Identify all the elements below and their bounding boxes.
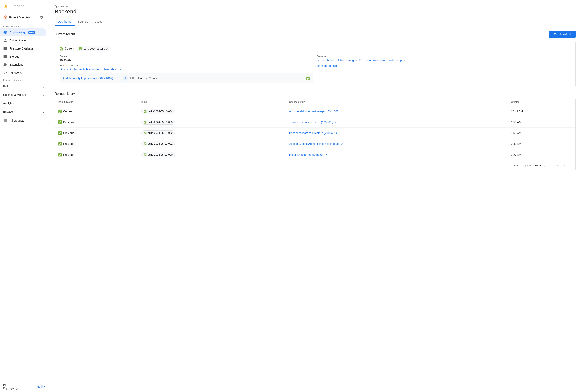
category-engage[interactable]: Engage ⌄ <box>0 108 48 116</box>
sidebar-header: Firebase <box>0 0 48 12</box>
tab-usage[interactable]: Usage <box>91 18 106 26</box>
more-options-button[interactable]: ⋮ <box>563 45 570 52</box>
row-change: Add the ability to post images (6341067)… <box>286 106 508 117</box>
build-row-check-icon: ✅ <box>144 142 147 145</box>
change-link[interactable]: Adding Google Authentication (dcaab0b) <box>289 142 340 146</box>
build-row-check-icon: ✅ <box>144 153 147 156</box>
table-row: ✅ Current ✅ build-2024-05-11-004 Add the… <box>55 106 575 117</box>
modify-button[interactable]: Modify <box>37 385 45 388</box>
table-row: ✅ Previous ✅ build-2024-05-11-001 Adding… <box>55 138 575 149</box>
current-rollout-title: Current rollout <box>55 32 75 36</box>
storage-icon <box>3 54 7 58</box>
commit-link[interactable]: Add the ability to post images (6341067) <box>63 76 113 80</box>
commit-check-icon: ✅ <box>306 76 310 80</box>
page-info: 1 – 5 of 5 <box>549 164 560 167</box>
tab-dashboard[interactable]: Dashboard <box>55 18 75 26</box>
rollout-card-header: ✅ Current ✅ build-2024-05-11-004 ⋮ <box>60 45 570 52</box>
ext-link-icon: ↗ <box>341 110 343 113</box>
sidebar-item-storage[interactable]: Storage <box>0 52 46 60</box>
created-time: 10:43 AM <box>60 58 313 62</box>
source-repo-link[interactable]: https://github.com/jhuleatt/tmp-angular-… <box>60 68 118 71</box>
table-row: ✅ Previous ✅ build-2024-05-11-002 Post n… <box>55 128 575 138</box>
sidebar-item-app-hosting[interactable]: App Hosting NEW <box>0 28 46 36</box>
created-section: Created 10:43 AM Source repository https… <box>60 55 313 83</box>
row-created: 9:50 AM <box>508 128 575 138</box>
dot-separator: • <box>120 76 121 80</box>
sidebar-item-label-extensions: Extensions <box>10 63 23 66</box>
new-badge: NEW <box>28 31 35 34</box>
per-page-select[interactable]: 10 25 50 <box>533 163 542 168</box>
row-change: show new chats in the UI (198a89f) ↗ <box>286 117 508 128</box>
table-row: ✅ Previous ✅ build-2024-05-11-000 Instal… <box>55 149 575 160</box>
sidebar-item-extensions[interactable]: Extensions <box>0 60 46 68</box>
col-header-build: Build <box>138 98 286 106</box>
branch-icon: ⑂ <box>149 76 151 80</box>
items-per-page-label: Items per page: <box>513 164 531 167</box>
row-status: ✅ Previous <box>55 117 138 128</box>
row-created: 10:43 AM <box>508 106 575 117</box>
change-link[interactable]: show new chats in the UI (198a89f) <box>289 121 333 124</box>
tab-settings[interactable]: Settings <box>75 18 92 26</box>
build-row-check-icon: ✅ <box>144 110 147 113</box>
grid-icon <box>3 119 7 123</box>
col-header-created: Created <box>508 98 575 106</box>
tabs-bar: Dashboard Settings Usage <box>55 18 575 26</box>
change-link[interactable]: Post new chats to Firestore (7107a31) <box>289 132 337 135</box>
commit-row: Add the ability to post images (6341067)… <box>60 73 313 83</box>
table-header-row: Rollout Status Build Change details Crea… <box>55 98 575 106</box>
row-build: ✅ build-2024-05-11-004 <box>138 106 286 117</box>
status-badge: ✅ Current <box>60 47 74 50</box>
next-page-button[interactable]: › <box>569 162 572 168</box>
category-engage-label: Engage <box>3 110 13 113</box>
settings-gear-button[interactable] <box>38 14 45 21</box>
sidebar-item-label-firestore: Firestore Database <box>10 47 34 50</box>
source-repo-label: Source repository <box>60 64 313 67</box>
ext-link-icon: ↗ <box>341 143 343 146</box>
project-overview-label: Project Overview <box>9 16 31 19</box>
commit-info: Add the ability to post images (6341067)… <box>63 76 158 80</box>
ext-link-icon: ↗ <box>334 121 336 124</box>
rollout-history-table: Rollout Status Build Change details Crea… <box>55 98 575 171</box>
chevron-down-icon: ⌄ <box>42 101 45 106</box>
category-build[interactable]: Build ⌄ <box>0 82 48 90</box>
prev-page-button[interactable]: ‹ <box>563 162 566 168</box>
created-label: Created <box>60 55 313 58</box>
source-repo-value: https://github.com/jhuleatt/tmp-angular-… <box>60 68 313 71</box>
chevron-down-icon: ⌄ <box>42 110 45 114</box>
sidebar-item-firestore[interactable]: Firestore Database <box>0 44 46 52</box>
sidebar-item-functions[interactable]: Functions <box>0 68 46 76</box>
change-link[interactable]: Add the ability to post images (6341067) <box>289 110 340 113</box>
category-analytics-label: Analytics <box>3 102 15 105</box>
category-release-monitor-label: Release & Monitor <box>3 93 26 96</box>
project-overview-row[interactable]: 🏠 Project Overview <box>0 12 48 23</box>
row-build: ✅ build-2024-05-11-002 <box>138 128 286 138</box>
build-row-check-icon: ✅ <box>144 132 147 134</box>
row-status: ✅ Previous <box>55 149 138 160</box>
build-check-icon: ✅ <box>79 47 83 50</box>
product-categories-label: Product categories <box>0 76 48 82</box>
rollout-details: Created 10:43 AM Source repository https… <box>60 55 570 83</box>
row-check-icon: ✅ <box>58 131 62 135</box>
row-status: ✅ Previous <box>55 128 138 138</box>
row-change: Adding Google Authentication (dcaab0b) ↗ <box>286 138 508 149</box>
chevron-down-icon: ⌄ <box>42 84 45 88</box>
create-rollout-button[interactable]: Create rollout <box>549 31 575 38</box>
sidebar-item-label-functions: Functions <box>10 71 22 74</box>
manage-domains-link[interactable]: Manage domains <box>317 64 338 67</box>
build-badge: ✅ build-2024-05-11-004 <box>77 46 111 51</box>
project-overview-link[interactable]: 🏠 Project Overview <box>3 15 31 20</box>
domain-link[interactable]: friendlychat-codelab--test-angular17-cod… <box>317 58 402 62</box>
author-name: Jeff Huleatt <box>129 76 144 80</box>
build-row-check-icon: ✅ <box>144 121 147 124</box>
items-per-page: Items per page: 10 25 50 ⌄ <box>513 163 546 168</box>
current-rollout-card: ✅ Current ✅ build-2024-05-11-004 ⋮ Creat… <box>55 41 575 87</box>
pagination: Items per page: 10 25 50 ⌄ 1 – 5 of 5 ‹ … <box>55 160 575 171</box>
row-change: Post new chats to Firestore (7107a31) ↗ <box>286 128 508 138</box>
change-link[interactable]: Install AngularFire (f04a06b) <box>289 153 324 156</box>
category-analytics[interactable]: Analytics ⌄ <box>0 99 48 108</box>
sidebar-item-authentication[interactable]: Authentication <box>0 36 46 44</box>
check-icon: ✅ <box>60 47 64 50</box>
category-release-monitor[interactable]: Release & Monitor ⌄ <box>0 90 48 99</box>
row-status: ✅ Previous <box>55 138 138 149</box>
sidebar-item-all-products[interactable]: All products <box>0 117 46 125</box>
